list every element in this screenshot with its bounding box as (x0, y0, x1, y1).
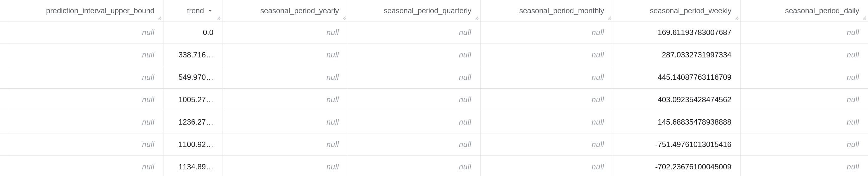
cell-seasonal_period_quarterly: null (348, 66, 480, 88)
null-value: null (847, 50, 859, 59)
col-header-seasonal-period-daily[interactable]: seasonal_period_daily (741, 0, 868, 21)
null-value: null (847, 140, 859, 149)
column-resize-handle-icon[interactable] (607, 14, 612, 20)
cell-seasonal_period_quarterly: null (348, 44, 480, 66)
column-resize-handle-icon[interactable] (341, 14, 347, 20)
col-header-seasonal-period-monthly[interactable]: seasonal_period_monthly (480, 0, 613, 21)
cell-seasonal_period_yearly: null (222, 89, 348, 111)
cell-prediction_interval_upper_bound: null (10, 44, 164, 66)
table-header-row: prediction_interval_upper_bound trend se… (0, 0, 868, 22)
null-value: null (592, 50, 604, 59)
cell-seasonal_period_daily: null (741, 44, 868, 66)
cell-seasonal_period_yearly: null (222, 44, 348, 66)
row-gutter (0, 133, 10, 155)
cell-seasonal_period_monthly: null (480, 89, 613, 111)
cell-seasonal_period_quarterly: null (348, 111, 480, 133)
table-row[interactable]: null1100.92…nullnullnull-751.49761013015… (0, 133, 868, 156)
cell-seasonal_period_weekly: 145.68835478938888 (613, 111, 741, 133)
cell-seasonal_period_quarterly: null (348, 133, 480, 155)
null-value: null (592, 73, 604, 82)
null-value: null (142, 95, 154, 104)
table-row[interactable]: null549.970…nullnullnull445.140877631167… (0, 66, 868, 89)
table-row[interactable]: null0.0nullnullnull169.61193783007687nul… (0, 22, 868, 44)
cell-prediction_interval_upper_bound: null (10, 156, 164, 176)
col-header-trend[interactable]: trend (163, 0, 222, 21)
cell-seasonal_period_weekly: 403.09235428474562 (613, 89, 741, 111)
null-value: null (142, 73, 154, 82)
null-value: null (459, 50, 471, 59)
col-header-seasonal-period-weekly[interactable]: seasonal_period_weekly (613, 0, 741, 21)
cell-seasonal_period_daily: null (741, 66, 868, 88)
col-header-label: seasonal_period_weekly (650, 6, 732, 15)
null-value: null (142, 163, 154, 171)
column-resize-handle-icon[interactable] (216, 14, 221, 20)
cell-seasonal_period_daily: null (741, 111, 868, 133)
table-row[interactable]: null338.716…nullnullnull287.033273199733… (0, 44, 868, 66)
null-value: null (592, 140, 604, 149)
null-value: null (847, 28, 859, 37)
null-value: null (847, 73, 859, 82)
null-value: null (459, 73, 471, 82)
cell-seasonal_period_yearly: null (222, 66, 348, 88)
table-row[interactable]: null1236.27…nullnullnull145.688354789388… (0, 111, 868, 133)
cell-prediction_interval_upper_bound: null (10, 89, 164, 111)
cell-seasonal_period_quarterly: null (348, 22, 480, 43)
null-value: null (327, 118, 339, 127)
cell-seasonal_period_daily: null (741, 22, 868, 43)
col-header-label: trend (187, 6, 204, 15)
col-header-label: prediction_interval_upper_bound (46, 6, 154, 15)
cell-trend: 1005.27… (163, 89, 222, 111)
column-resize-handle-icon[interactable] (861, 14, 867, 20)
col-header-label: seasonal_period_monthly (519, 6, 604, 15)
null-value: null (142, 28, 154, 37)
table-row[interactable]: null1005.27…nullnullnull403.092354284745… (0, 89, 868, 111)
column-resize-handle-icon[interactable] (156, 14, 162, 20)
row-gutter (0, 111, 10, 133)
null-value: null (327, 73, 339, 82)
cell-seasonal_period_weekly: 287.0332731997334 (613, 44, 741, 66)
cell-prediction_interval_upper_bound: null (10, 133, 164, 155)
cell-prediction_interval_upper_bound: null (10, 22, 164, 43)
null-value: null (142, 118, 154, 127)
null-value: null (459, 140, 471, 149)
col-header-prediction-interval-upper-bound[interactable]: prediction_interval_upper_bound (10, 0, 164, 21)
sort-indicator-icon[interactable] (207, 7, 213, 14)
null-value: null (459, 28, 471, 37)
row-gutter (0, 22, 10, 43)
cell-prediction_interval_upper_bound: null (10, 111, 164, 133)
col-header-label: seasonal_period_yearly (260, 6, 339, 15)
cell-trend: 549.970… (163, 66, 222, 88)
cell-seasonal_period_yearly: null (222, 22, 348, 43)
null-value: null (592, 28, 604, 37)
cell-seasonal_period_daily: null (741, 133, 868, 155)
cell-trend: 0.0 (163, 22, 222, 43)
cell-seasonal_period_weekly: -702.23676100045009 (613, 156, 741, 176)
column-resize-handle-icon[interactable] (474, 14, 479, 20)
null-value: null (459, 163, 471, 171)
table-row[interactable]: null1134.89…nullnullnull-702.23676100045… (0, 156, 868, 176)
row-gutter (0, 44, 10, 66)
cell-seasonal_period_weekly: 169.61193783007687 (613, 22, 741, 43)
column-resize-handle-icon[interactable] (734, 14, 739, 20)
cell-seasonal_period_daily: null (741, 89, 868, 111)
col-header-label: seasonal_period_quarterly (384, 6, 471, 15)
cell-seasonal_period_yearly: null (222, 133, 348, 155)
cell-trend: 1134.89… (163, 156, 222, 176)
cell-seasonal_period_yearly: null (222, 156, 348, 176)
null-value: null (592, 95, 604, 104)
null-value: null (847, 163, 859, 171)
null-value: null (327, 28, 339, 37)
null-value: null (592, 118, 604, 127)
null-value: null (327, 95, 339, 104)
col-header-seasonal-period-yearly[interactable]: seasonal_period_yearly (222, 0, 348, 21)
null-value: null (327, 163, 339, 171)
cell-seasonal_period_monthly: null (480, 66, 613, 88)
col-header-seasonal-period-quarterly[interactable]: seasonal_period_quarterly (348, 0, 480, 21)
cell-seasonal_period_quarterly: null (348, 89, 480, 111)
null-value: null (327, 140, 339, 149)
cell-trend: 1100.92… (163, 133, 222, 155)
cell-seasonal_period_monthly: null (480, 111, 613, 133)
cell-seasonal_period_weekly: 445.14087763116709 (613, 66, 741, 88)
null-value: null (142, 50, 154, 59)
row-gutter (0, 156, 10, 176)
